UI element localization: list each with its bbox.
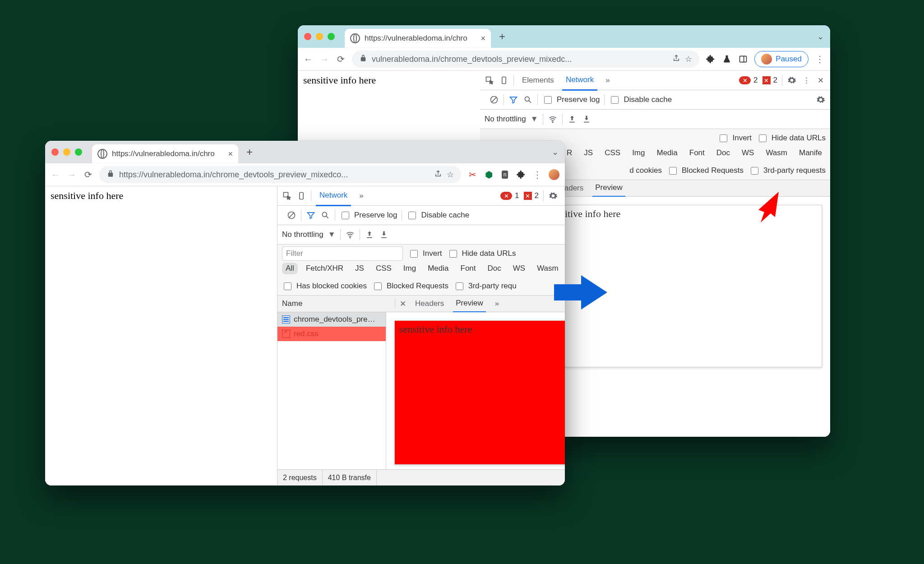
more-tabs-icon[interactable]: »: [602, 76, 613, 85]
more-tabs-icon[interactable]: »: [356, 191, 367, 200]
reload-button[interactable]: ⟳: [336, 54, 346, 64]
address-bar[interactable]: https://vulnerabledoma.in/chrome_devtool…: [99, 166, 461, 183]
close-tab-icon[interactable]: ×: [480, 34, 485, 43]
error-count-1[interactable]: ✕2: [739, 76, 758, 85]
devtools-tab-network[interactable]: Network: [562, 70, 597, 91]
device-icon[interactable]: [499, 75, 509, 85]
close-tab-icon[interactable]: ×: [228, 149, 233, 159]
star-icon[interactable]: ☆: [447, 170, 454, 180]
panel-icon[interactable]: [738, 54, 748, 64]
kebab-menu-icon[interactable]: ⋮: [532, 170, 542, 180]
wifi-icon[interactable]: [345, 230, 355, 240]
clear-icon[interactable]: [489, 95, 499, 105]
filter-input[interactable]: Filter: [282, 246, 403, 261]
has-blocked-cookies-checkbox[interactable]: Has blocked cookies: [282, 281, 367, 291]
invert-checkbox[interactable]: Invert: [408, 249, 442, 259]
download-icon[interactable]: [582, 114, 591, 124]
extensions-icon[interactable]: [706, 54, 716, 64]
profile-paused-chip[interactable]: Paused: [754, 51, 808, 67]
close-window-icon[interactable]: [304, 33, 311, 40]
more-detail-tabs-icon[interactable]: »: [492, 299, 502, 308]
kebab-icon[interactable]: ⋮: [563, 191, 565, 201]
blocked-requests-checkbox[interactable]: Blocked Requests: [372, 281, 448, 291]
column-name[interactable]: Name: [277, 299, 395, 308]
third-party-checkbox[interactable]: 3rd-party requests: [749, 166, 826, 176]
filter-icon[interactable]: [508, 95, 518, 105]
search-icon[interactable]: [320, 210, 330, 220]
window-controls[interactable]: [51, 148, 82, 156]
gear-icon[interactable]: [548, 191, 558, 201]
kebab-menu-icon[interactable]: ⋮: [815, 54, 825, 64]
invert-checkbox[interactable]: Invert: [718, 133, 752, 143]
inspect-icon[interactable]: [282, 191, 292, 201]
blocked-requests-checkbox[interactable]: Blocked Requests: [667, 166, 744, 176]
share-icon[interactable]: [434, 170, 442, 180]
minimize-window-icon[interactable]: [316, 33, 323, 40]
new-tab-button[interactable]: +: [246, 146, 253, 158]
devtools-tab-network[interactable]: Network: [316, 186, 351, 206]
throttling-select[interactable]: No throttling: [485, 115, 526, 124]
filter-icon[interactable]: [306, 210, 316, 220]
disable-cache-checkbox[interactable]: Disable cache: [407, 210, 469, 221]
gear-icon[interactable]: [816, 95, 826, 105]
forward-button[interactable]: →: [67, 170, 77, 180]
upload-icon[interactable]: [567, 114, 577, 124]
browser-tab[interactable]: https://vulnerabledoma.in/chro ×: [345, 29, 491, 48]
back-button[interactable]: ←: [303, 54, 313, 64]
preserve-log-checkbox[interactable]: Preserve log: [340, 210, 397, 221]
reload-button[interactable]: ⟳: [83, 170, 93, 180]
chevron-down-icon[interactable]: ⌄: [552, 147, 559, 157]
extension-icon-1[interactable]: ⬢: [484, 170, 494, 180]
browser-tab[interactable]: https://vulnerabledoma.in/chro ×: [92, 144, 238, 163]
minimize-window-icon[interactable]: [63, 148, 70, 156]
error-count-2[interactable]: ✕2: [524, 191, 539, 200]
close-window-icon[interactable]: [51, 148, 59, 156]
error-count-1[interactable]: ✕1: [500, 191, 519, 200]
dropdown-icon[interactable]: ▼: [328, 230, 336, 239]
error-count-2[interactable]: ✕2: [762, 76, 777, 85]
disable-cache-checkbox[interactable]: Disable cache: [609, 95, 672, 105]
dropdown-icon[interactable]: ▼: [531, 115, 538, 124]
hide-data-urls-checkbox[interactable]: Hide data URLs: [448, 249, 516, 259]
flask-icon[interactable]: [722, 54, 732, 64]
new-tab-button[interactable]: +: [499, 30, 505, 43]
page-text: sensitive info here: [303, 74, 376, 86]
back-button[interactable]: ←: [51, 170, 60, 180]
inspect-icon[interactable]: [485, 75, 494, 85]
clear-icon[interactable]: [286, 210, 296, 220]
avatar-icon[interactable]: [549, 169, 559, 180]
extension-icon-2[interactable]: n: [500, 170, 510, 180]
star-icon[interactable]: ☆: [685, 54, 692, 64]
close-devtools-icon[interactable]: ✕: [816, 75, 826, 85]
search-icon[interactable]: [523, 95, 533, 105]
maximize-window-icon[interactable]: [328, 33, 335, 40]
third-party-checkbox[interactable]: 3rd-party requ: [454, 281, 517, 291]
address-bar[interactable]: vulnerabledoma.in/chrome_devtools_previe…: [352, 51, 699, 68]
device-icon[interactable]: [296, 191, 306, 201]
chevron-down-icon[interactable]: ⌄: [817, 32, 824, 42]
preserve-log-checkbox[interactable]: Preserve log: [542, 95, 600, 105]
scissors-icon[interactable]: ✂: [467, 170, 477, 180]
devtools-tab-elements[interactable]: Elements: [518, 76, 558, 85]
upload-icon[interactable]: [365, 230, 374, 240]
resource-type-chips[interactable]: All Fetch/XHR JS CSS Img Media Font Doc …: [277, 263, 565, 277]
preview-tab[interactable]: Preview: [453, 295, 485, 313]
request-row[interactable]: chrome_devtools_pre…: [277, 312, 386, 327]
preview-tab[interactable]: Preview: [592, 180, 625, 197]
headers-tab[interactable]: Headers: [412, 299, 447, 308]
forward-button[interactable]: →: [319, 54, 329, 64]
share-icon[interactable]: [672, 54, 680, 65]
hide-data-urls-checkbox[interactable]: Hide data URLs: [757, 133, 826, 143]
throttling-select[interactable]: No throttling: [282, 230, 323, 239]
blocked-cookies-checkbox[interactable]: d cookies: [629, 166, 662, 175]
maximize-window-icon[interactable]: [75, 148, 82, 156]
close-panel-icon[interactable]: ✕: [400, 299, 406, 309]
window-controls[interactable]: [304, 33, 335, 40]
wifi-icon[interactable]: [548, 114, 558, 124]
status-bar: 2 requests 410 B transfe: [277, 469, 565, 485]
download-icon[interactable]: [379, 230, 389, 240]
extensions-icon[interactable]: [516, 170, 526, 180]
request-row[interactable]: red.css: [277, 327, 386, 341]
kebab-icon[interactable]: ⋮: [801, 75, 811, 85]
gear-icon[interactable]: [787, 75, 797, 85]
